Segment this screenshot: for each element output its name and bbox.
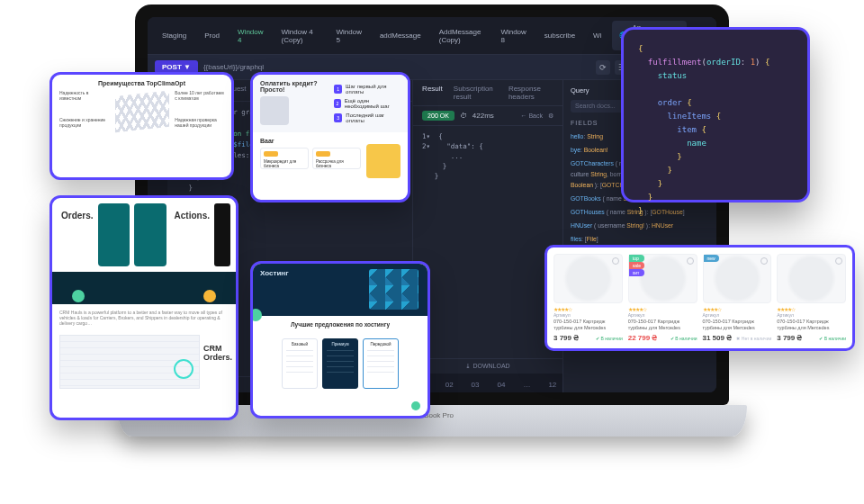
badge-top: top [629, 255, 644, 262]
dark-band [52, 272, 236, 304]
product-image [554, 254, 623, 303]
product-name: 070-150-017 Картридж турбины для Mercede… [554, 319, 623, 331]
page-ellipsis: … [523, 381, 530, 389]
article-label: Артикул [703, 312, 772, 318]
product-card[interactable]: new ★★★★☆ Артикул 070-150-017 Картридж т… [703, 254, 772, 342]
crm-orders-label: CRM Orders. [200, 331, 236, 389]
product-image: top sale хит [628, 254, 698, 303]
hosting-hero: Хостинг [253, 264, 428, 316]
product-price: 3 799 ₴ [554, 334, 579, 342]
crm-table-preview [59, 335, 200, 389]
t1-title: Преимущества TopClimaOpt [59, 80, 224, 86]
response-status-row: 200 OK ⏱ 422ms ← Back ⚙ [413, 106, 562, 126]
favorite-icon[interactable] [835, 257, 842, 265]
product-name: 070-150-017 Картридж турбины для Mercede… [628, 319, 698, 331]
crm-blurb: CRM Hauls is a powerful platform to a be… [52, 304, 236, 331]
plan-premium[interactable]: Премиум [322, 338, 358, 389]
response-tabs: Result Subscription result Response head… [413, 80, 562, 106]
thumb-crm: Orders. Actions. CRM Hauls is a powerful… [50, 195, 238, 420]
stock-status: ✖ Нет в наличии [736, 336, 771, 341]
article-label: Артикул [628, 312, 698, 318]
rating-stars: ★★★★☆ [777, 306, 846, 312]
resp-tab-result[interactable]: Result [422, 85, 443, 101]
tab-prod[interactable]: Prod [197, 29, 227, 42]
mini-card-hero [366, 144, 400, 178]
mini-card: Микрокредит для бизнеса [260, 148, 309, 169]
t2-title: Оплатить кредит? Просто! [260, 80, 327, 93]
badge-sale: sale [629, 262, 644, 269]
page-02[interactable]: 02 [446, 381, 454, 389]
actions-label: Actions. [175, 211, 210, 220]
phone-mock [214, 203, 230, 266]
thumb-advantages: Преимущества TopClimaOpt Надежность в из… [50, 72, 234, 180]
stock-status: ✔ В наличии [819, 336, 846, 341]
product-price: 31 509 ₴ [703, 334, 733, 342]
result-pagination: 01 02 03 04 … 12 [413, 374, 562, 392]
product-image: new [703, 254, 772, 303]
page-04[interactable]: 04 [498, 381, 506, 389]
download-button[interactable]: ⤓ DOWNLOAD [413, 358, 562, 374]
panel-orders [134, 203, 166, 266]
tab-addmessage[interactable]: addMessage [373, 29, 428, 42]
tab-addmessage-copy[interactable]: AddMessage (Copy) [432, 25, 490, 47]
thumb-credit: Оплатить кредит? Просто! 1Шаг первый для… [250, 72, 410, 202]
favorite-icon[interactable] [760, 257, 768, 265]
t4-subtitle: Лучшие предложения по хостингу [260, 321, 420, 328]
response-time: 422ms [472, 112, 494, 120]
tab-wi[interactable]: Wi [586, 29, 608, 42]
mini-card: Рассрочка для бизнеса [312, 148, 361, 169]
tab-window8[interactable]: Window 8 [493, 25, 533, 47]
product-card[interactable]: ★★★★☆ Артикул 070-150-017 Картридж турби… [777, 254, 846, 342]
status-code: 200 OK [422, 111, 454, 121]
tab-staging[interactable]: Staging [155, 29, 194, 42]
panel-orders [98, 203, 130, 266]
product-name: 070-150-017 Картридж турбины для Mercede… [703, 319, 772, 331]
product-image [777, 254, 846, 303]
graphql-query-card: { fulfillment(orderID: 1) { status order… [621, 27, 810, 202]
orders-label: Orders. [61, 211, 94, 220]
rating-stars: ★★★★☆ [554, 306, 623, 312]
article-label: Артикул [777, 312, 846, 318]
product-card-strip: ★★★★☆ Артикул 070-150-017 Картридж турби… [544, 245, 855, 351]
stock-status: ✔ В наличии [670, 336, 698, 341]
rating-stars: ★★★★☆ [628, 306, 698, 312]
resp-tab-headers[interactable]: Response headers [508, 85, 554, 101]
url-input[interactable]: {{baseUrl}}/graphql [203, 63, 264, 71]
highlight-circle-icon [174, 359, 194, 379]
isometric-boxes-icon [115, 91, 169, 132]
favorite-icon[interactable] [612, 257, 619, 265]
product-card[interactable]: ★★★★☆ Артикул 070-150-017 Картридж турби… [554, 254, 623, 342]
tab-window5[interactable]: Window 5 [328, 25, 368, 47]
product-price: 22 799 ₴ [628, 334, 658, 342]
plan-advanced[interactable]: Передовой [363, 338, 399, 389]
resp-tab-subs[interactable]: Subscription result [454, 85, 498, 101]
page-12[interactable]: 12 [548, 381, 556, 389]
page-03[interactable]: 03 [472, 381, 480, 389]
tab-window4[interactable]: Window 4 [230, 25, 270, 47]
clock-icon: ⏱ [460, 112, 467, 120]
badge-new: new [704, 255, 719, 262]
history-icon[interactable]: ⟳ [596, 60, 610, 75]
servers-isometric-icon [369, 269, 418, 310]
card-reader-icon [260, 96, 289, 125]
stock-status: ✔ В наличии [596, 336, 623, 341]
tab-window4-copy[interactable]: Window 4 (Copy) [274, 25, 326, 47]
gear-icon[interactable]: ⚙ [548, 112, 554, 120]
back-button[interactable]: ← Back [520, 112, 543, 120]
response-body[interactable]: 1▾ { 2▾ "data": { ... } } [413, 126, 562, 358]
favorite-icon[interactable] [687, 257, 694, 265]
product-name: 070-150-017 Картридж турбины для Mercede… [777, 319, 846, 331]
product-price: 3 799 ₴ [777, 334, 802, 342]
pricing-plans: Базовый Премиум Передовой [253, 333, 428, 394]
t2-baar: Baar [260, 138, 400, 144]
tab-subscribe[interactable]: subscribe [537, 29, 582, 42]
product-card[interactable]: top sale хит ★★★★☆ Артикул 070-150-017 К… [628, 254, 698, 342]
article-label: Артикул [554, 312, 623, 318]
thumb-hosting: Хостинг Лучшие предложения по хостингу Б… [250, 261, 430, 418]
rating-stars: ★★★★☆ [703, 306, 772, 312]
badge-pick: хит [629, 269, 644, 276]
response-pane: Result Subscription result Response head… [413, 80, 563, 392]
plan-basic[interactable]: Базовый [282, 338, 318, 389]
